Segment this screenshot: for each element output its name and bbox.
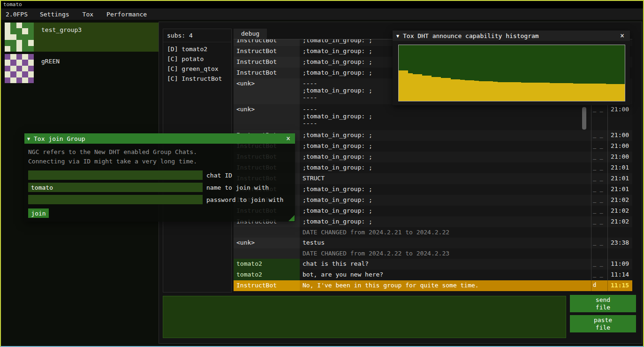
- close-icon[interactable]: ×: [284, 134, 292, 143]
- close-icon[interactable]: ×: [618, 31, 626, 40]
- message-status: _ _: [591, 130, 607, 141]
- join-group-dialog: ▼ Tox join Group × NGC refers to the New…: [24, 133, 295, 222]
- message-row[interactable]: <unk> testus _ _ 23:38: [234, 238, 632, 248]
- message-time: 21:00: [607, 104, 632, 130]
- join-dialog-titlebar[interactable]: ▼ Tox join Group ×: [24, 133, 295, 144]
- chat-scrollbar-thumb[interactable]: [582, 107, 586, 130]
- group-name: test_group3: [41, 26, 82, 52]
- message-text: ;tomato_in_group: ;: [300, 130, 591, 141]
- send-file-button[interactable]: send file: [570, 295, 636, 312]
- menu-tox[interactable]: Tox: [76, 11, 100, 18]
- histogram-plot: [398, 45, 625, 101]
- message-row[interactable]: InstructBot No, I've been in this group …: [234, 280, 632, 291]
- collapse-icon[interactable]: ▼: [27, 136, 30, 141]
- message-status: _ _: [591, 206, 607, 216]
- message-text: DATE CHANGED from 2024.2.22 to 2024.2.23: [300, 248, 591, 259]
- message-row[interactable]: DATE CHANGED from 2024.2.22 to 2024.2.23: [234, 248, 632, 259]
- histogram-window: ▼ Tox DHT announce capability histogram …: [393, 31, 630, 105]
- menu-performance[interactable]: Performance: [100, 11, 153, 18]
- message-status: _ _: [591, 195, 607, 206]
- subs-list-item[interactable]: [C] green_qtox: [163, 64, 231, 74]
- message-time: 21:01: [607, 173, 632, 184]
- message-time: [607, 248, 632, 259]
- message-status: [591, 248, 607, 259]
- join-dialog-body: NGC refers to the New DHT enabled Group …: [24, 144, 295, 222]
- message-author: InstructBot: [234, 68, 300, 78]
- message-time: 21:01: [607, 184, 632, 195]
- group-name: gREEN: [41, 58, 60, 83]
- resize-grip[interactable]: [288, 215, 295, 221]
- join-info-line: NGC refers to the New DHT enabled Group …: [28, 147, 291, 157]
- join-button[interactable]: join: [28, 208, 49, 218]
- histogram-titlebar[interactable]: ▼ Tox DHT announce capability histogram …: [393, 31, 630, 41]
- message-text: ---- ;tomato_in_group: ; ----: [300, 104, 591, 130]
- message-author: tomato2: [234, 259, 300, 270]
- field-input[interactable]: [28, 195, 203, 204]
- message-text: ;tomato_in_group: ;: [300, 141, 591, 152]
- paste-file-button[interactable]: paste file: [570, 315, 636, 332]
- message-author: [234, 248, 300, 259]
- message-time: [607, 227, 632, 238]
- message-time: 21:00: [607, 130, 632, 141]
- message-text: ;tomato_in_group: ;: [300, 216, 591, 227]
- message-time: 21:02: [607, 206, 632, 216]
- field-row: password to join with: [28, 193, 291, 206]
- field-label: password to join with: [206, 196, 283, 203]
- message-text: ;tomato_in_group: ;: [300, 152, 591, 162]
- field-row: name to join with: [28, 181, 291, 193]
- message-row[interactable]: DATE CHANGED from 2024.2.21 to 2024.2.22: [234, 227, 632, 238]
- message-author: <unk>: [234, 104, 300, 130]
- sidebar-item-test_group3[interactable]: test_group3: [5, 23, 159, 52]
- message-text: ;tomato_in_group: ;: [300, 195, 591, 206]
- message-author: InstructBot: [234, 57, 300, 68]
- message-time: 21:01: [607, 162, 632, 173]
- message-status: _ _: [591, 238, 607, 248]
- message-time: 23:38: [607, 238, 632, 248]
- message-author: InstructBot: [234, 280, 300, 291]
- sidebar-item-gREEN[interactable]: gREEN: [5, 54, 159, 83]
- message-status: _ _: [591, 216, 607, 227]
- field-row: chat ID: [28, 169, 291, 181]
- chat-input[interactable]: [163, 296, 566, 338]
- message-status: _ _: [591, 259, 607, 270]
- message-status: _ _: [591, 184, 607, 195]
- message-row[interactable]: tomato2 chat is this real? _ _ 11:09: [234, 259, 632, 270]
- tab-debug[interactable]: debug: [234, 29, 267, 39]
- message-time: 21:02: [607, 216, 632, 227]
- menu-bar: 2.0FPS Settings Tox Performance: [1, 8, 643, 20]
- group-avatar: [5, 23, 34, 52]
- field-input[interactable]: [28, 183, 203, 192]
- window-titlebar[interactable]: tomato: [1, 1, 643, 8]
- message-row[interactable]: tomato2 bot, are you new here? _ _ 11:14: [234, 270, 632, 280]
- menu-settings[interactable]: Settings: [33, 11, 76, 18]
- message-text: bot, are you new here?: [300, 270, 591, 280]
- message-status: _ _: [591, 173, 607, 184]
- message-status: _ _: [591, 162, 607, 173]
- message-text: ;tomato_in_group: ;: [300, 206, 591, 216]
- message-status: _ _: [591, 104, 607, 130]
- message-author: <unk>: [234, 238, 300, 248]
- message-time: 11:14: [607, 270, 632, 280]
- message-author: tomato2: [234, 270, 300, 280]
- subs-list-item[interactable]: [C] potato: [163, 54, 231, 64]
- collapse-icon[interactable]: ▼: [396, 33, 399, 39]
- subs-header: subs: 4: [163, 31, 231, 42]
- group-avatar: [5, 54, 34, 83]
- message-text: ;tomato_in_group: ;: [300, 184, 591, 195]
- fps-counter: 2.0FPS: [1, 11, 33, 18]
- field-input[interactable]: [28, 170, 203, 180]
- subs-list-item[interactable]: [C] InstructBot: [163, 74, 231, 84]
- join-info-line: Connecting via ID might take a very long…: [28, 157, 291, 166]
- message-row[interactable]: <unk> ---- ;tomato_in_group: ; ---- _ _ …: [234, 104, 632, 130]
- message-time: 11:15: [607, 280, 632, 291]
- message-time: 21:02: [607, 195, 632, 206]
- subs-list-item[interactable]: [D] tomato2: [163, 44, 231, 54]
- message-time: 21:00: [607, 152, 632, 162]
- histogram-title: Tox DHT announce capability histogram: [403, 32, 539, 39]
- subs-list: [D] tomato2 [C] potato [C] green_qtox [C…: [163, 42, 231, 84]
- message-time: 11:09: [607, 259, 632, 270]
- join-dialog-title: Tox join Group: [34, 135, 85, 142]
- message-author: InstructBot: [234, 46, 300, 57]
- message-status: _ _: [591, 141, 607, 152]
- message-status: d: [591, 280, 607, 291]
